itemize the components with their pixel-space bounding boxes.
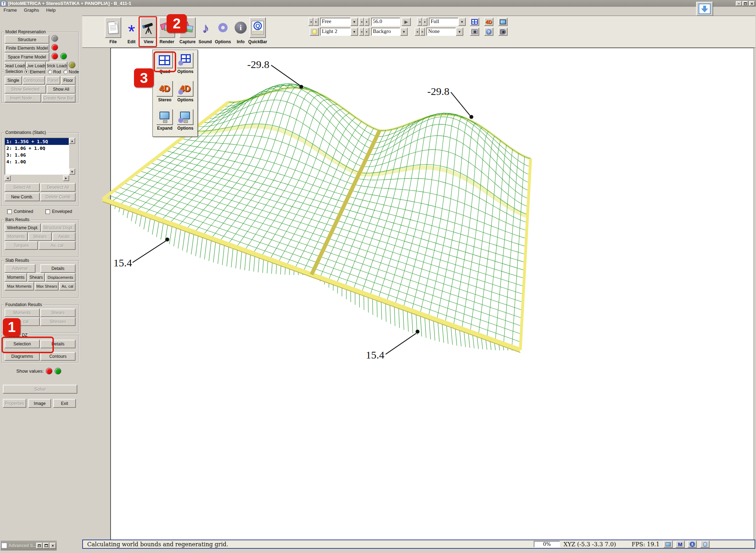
combined-checkbox[interactable] — [7, 209, 12, 214]
structure-led-gray[interactable] — [51, 35, 58, 42]
detail-prev-button[interactable]: ◄ — [417, 18, 422, 26]
background-prev-button[interactable]: ◄ — [359, 28, 364, 36]
sound-output-button[interactable] — [498, 28, 508, 36]
list-item[interactable]: 4: 1.0Q — [5, 158, 69, 165]
max-shears-button[interactable]: Max Shears — [35, 282, 58, 290]
image-button[interactable]: Image — [28, 399, 51, 408]
insert-node-button[interactable]: Insert Node... — [5, 94, 41, 102]
angle-input[interactable]: 56.0 — [371, 18, 400, 26]
slab-as-cal-button[interactable]: As, cal — [59, 282, 75, 290]
new-comb-button[interactable]: New Comb. — [5, 193, 40, 201]
detail-next-button[interactable]: ► — [422, 18, 427, 26]
list-item[interactable]: 3: 1.0G — [5, 152, 69, 158]
wireframe-displ-button[interactable]: Wireframe Displ. — [5, 224, 41, 232]
slab-details-button[interactable]: Details — [40, 264, 75, 273]
contours-button[interactable]: Contours — [40, 352, 75, 361]
stresses-button[interactable]: Stresses — [40, 317, 75, 326]
floor-button[interactable]: Floor — [61, 76, 75, 85]
deselect-all-button[interactable]: Deselect All — [40, 183, 75, 192]
sfm-led-green[interactable] — [60, 53, 67, 60]
chevron-down-icon[interactable]: ▼ — [400, 28, 408, 36]
show-values-led-red[interactable] — [46, 368, 52, 374]
camera-mode-combo[interactable]: Free ▼ — [320, 18, 358, 26]
metrics-button[interactable]: M — [676, 541, 685, 548]
loads-led-olive[interactable] — [69, 62, 75, 68]
show-selected-button[interactable]: Show Selected — [5, 85, 46, 94]
light-combo[interactable]: Light 2 ▼ — [320, 28, 358, 36]
delete-comb-button[interactable]: Delete Comb — [40, 193, 75, 201]
enveloped-checkbox[interactable] — [45, 209, 50, 214]
max-moments-button[interactable]: Max Moments — [5, 282, 34, 290]
torques-button[interactable]: Torques — [5, 241, 38, 250]
menu-help[interactable]: Help — [43, 7, 59, 13]
background-combo[interactable]: Backgro ▼ — [371, 28, 408, 36]
restore-button[interactable] — [742, 1, 748, 6]
mini-window-titlebar[interactable]: Advanced S... × — [1, 541, 57, 551]
angle-prev-button[interactable]: ◄ — [359, 18, 364, 26]
edit-button[interactable]: * — [123, 17, 140, 38]
camera-next-button[interactable]: ► — [314, 18, 319, 26]
exit-button[interactable]: Exit — [53, 399, 76, 408]
slab-shears-button[interactable]: Shears — [28, 273, 45, 282]
bars-axials-button[interactable]: Axials — [52, 232, 75, 241]
hint-button[interactable] — [700, 541, 710, 548]
options-button[interactable]: ✳ — [215, 17, 231, 38]
adverse-button[interactable]: Adverse — [5, 264, 35, 273]
mini-maximize-button[interactable] — [43, 543, 49, 549]
show-all-button[interactable]: Show All — [47, 85, 75, 94]
select-all-button[interactable]: Select All — [5, 183, 40, 192]
fem-led-red[interactable] — [51, 44, 58, 51]
foundation-moments-button[interactable]: Moments — [5, 309, 40, 317]
show-values-led-green[interactable] — [55, 368, 61, 374]
structure-button[interactable]: Structure — [5, 35, 49, 44]
diagramms-button[interactable]: Diagramms — [5, 352, 40, 361]
combinations-list[interactable]: 1: 1.35G + 1.5Q 2: 1.0G + 1.0Q 3: 1.0G 4… — [5, 138, 69, 175]
list-item[interactable]: 2: 1.0G + 1.0Q — [5, 145, 69, 152]
bars-as-cal-button[interactable]: As, cal — [39, 241, 75, 250]
chevron-down-icon[interactable]: ▼ — [456, 28, 463, 36]
create-new-bar-button[interactable]: Create New Bar — [42, 94, 75, 102]
camera-capture-button[interactable] — [470, 28, 479, 36]
view-menu-stereo[interactable]: 4D Stereo — [156, 81, 174, 102]
scroll-up-button[interactable]: ▲ — [69, 138, 75, 144]
quad-view-toggle[interactable] — [470, 18, 479, 26]
camera-prev-button[interactable]: ◄ — [308, 18, 313, 26]
properties-button[interactable]: Properties — [3, 399, 26, 408]
download-arrow-button[interactable] — [696, 2, 713, 16]
displacements-button[interactable]: Displacements — [45, 273, 75, 282]
mini-restore-button[interactable] — [36, 543, 43, 549]
help-globe-button[interactable]: ? — [484, 28, 493, 36]
radio-element[interactable] — [24, 70, 29, 74]
bars-moments-button[interactable]: Moments — [5, 232, 28, 241]
space-frame-button[interactable]: Space Frame Model — [5, 53, 49, 61]
light-toggle-button[interactable] — [310, 28, 319, 36]
expand-view-toggle[interactable] — [498, 18, 508, 26]
overlay-prev-button[interactable]: ◄ — [415, 28, 420, 36]
view-menu-expand[interactable]: Expand — [156, 109, 174, 131]
view-menu-expand-options[interactable]: Options — [176, 109, 195, 131]
sfm-led-red[interactable] — [51, 53, 58, 60]
chevron-down-icon[interactable]: ▼ — [351, 18, 358, 26]
list-item[interactable]: 1: 1.35G + 1.5Q — [5, 138, 69, 145]
chevron-down-icon[interactable]: ▼ — [351, 28, 358, 36]
view-menu-quad-options[interactable]: Options — [176, 53, 195, 74]
info-button[interactable]: i — [233, 17, 249, 38]
sound-button[interactable]: ♪ — [197, 17, 213, 38]
scroll-left-button[interactable]: ◄ — [5, 175, 11, 181]
foundation-shears-button[interactable]: Shears — [40, 309, 75, 317]
finite-elements-button[interactable]: Finite Elements Model — [5, 44, 49, 52]
stereo-4d-toggle[interactable]: 4D — [484, 18, 493, 26]
brick-loads-button[interactable]: Brick Loads — [46, 62, 67, 70]
overlay-combo[interactable]: None ▼ — [426, 28, 463, 36]
file-button[interactable] — [105, 17, 121, 38]
chevron-down-icon[interactable]: ▼ — [458, 18, 466, 26]
background-next-button[interactable]: ► — [364, 28, 369, 36]
quickfind-button[interactable]: Q — [688, 541, 697, 548]
continuous-button[interactable]: Continuous — [23, 76, 45, 85]
detail-combo[interactable]: Full ▼ — [429, 18, 466, 26]
bars-shears-button[interactable]: Shears — [28, 232, 51, 241]
scroll-right-button[interactable]: ► — [63, 175, 69, 181]
menu-frame[interactable]: Frame — [0, 7, 21, 13]
structural-displ-button[interactable]: Structural Displ. — [41, 224, 75, 232]
quickbar-button[interactable]: Q — [250, 17, 266, 38]
